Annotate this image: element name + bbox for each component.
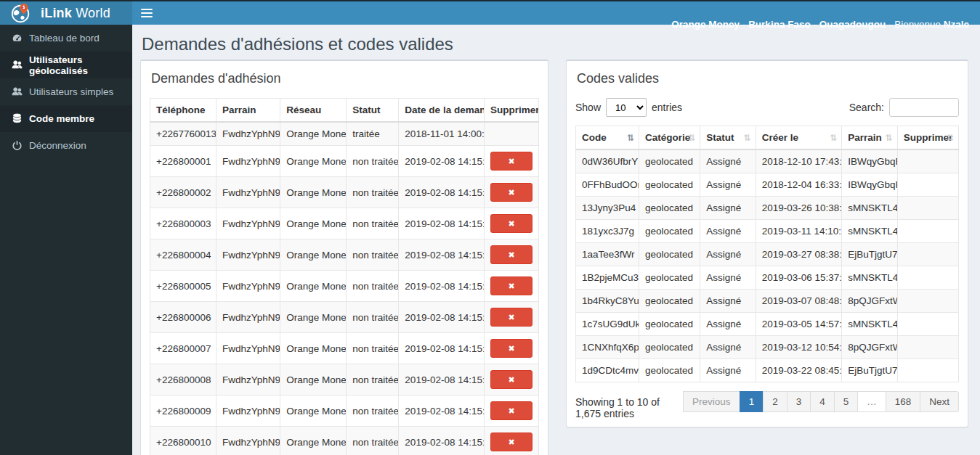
column-header: Statut bbox=[347, 99, 399, 123]
cell-parrain: sMNSKTL4OR bbox=[842, 313, 897, 336]
delete-button[interactable]: ✖ bbox=[490, 339, 532, 358]
cell-statut: Assigné bbox=[700, 243, 756, 266]
sidebar-item-label: Code membre bbox=[29, 113, 94, 124]
x-icon: ✖ bbox=[508, 438, 514, 446]
cell-parrain: EjBuTjgtU7 bbox=[842, 359, 897, 382]
cell-categorie: geolocated bbox=[639, 243, 700, 266]
cell-categorie: geolocated bbox=[639, 197, 700, 220]
cell-telephone: +226800005 bbox=[150, 271, 216, 302]
cell-statut: non traitée bbox=[347, 302, 399, 333]
cell-cree-le: 2019-03-07 08:48:45 bbox=[756, 290, 842, 313]
pagination-button[interactable]: 3 bbox=[787, 391, 811, 412]
delete-button[interactable]: ✖ bbox=[490, 152, 532, 171]
cell-statut: non traitée bbox=[347, 177, 399, 208]
column-header[interactable]: Catégorie⇅ bbox=[639, 126, 700, 150]
delete-button[interactable]: ✖ bbox=[490, 370, 532, 389]
cell-parrain: FwdhzYphN9 bbox=[216, 427, 280, 455]
cell-telephone: +226800007 bbox=[150, 333, 216, 364]
cell-reseau: Orange Money bbox=[280, 271, 347, 302]
sidebar-item-code-membre[interactable]: Code membre bbox=[0, 105, 132, 132]
delete-button[interactable]: ✖ bbox=[490, 433, 532, 451]
cell-parrain: FwdhzYphN9 bbox=[216, 364, 280, 395]
cell-statut: non traitée bbox=[347, 427, 399, 455]
cell-statut: Assigné bbox=[700, 220, 756, 243]
delete-button[interactable]: ✖ bbox=[490, 183, 532, 202]
x-icon: ✖ bbox=[508, 313, 514, 321]
pagination-button[interactable]: Next bbox=[920, 391, 959, 412]
pagination: Previous12345…168Next bbox=[684, 391, 959, 412]
dashboard-icon bbox=[11, 33, 23, 44]
cell-statut: non traitée bbox=[347, 333, 399, 364]
cell-telephone: +22677600139 bbox=[150, 122, 216, 146]
cell-cree-le: 2019-03-26 10:38:08 bbox=[756, 197, 842, 220]
cell-parrain: IBWqyGbqFd bbox=[842, 149, 897, 173]
cell-date: 2019-02-08 14:15:26 bbox=[399, 208, 485, 239]
datatable-footer: Showing 1 to 10 of 1,675 entries Previou… bbox=[575, 391, 959, 419]
cell-cree-le: 2019-03-12 10:54:00 bbox=[756, 336, 842, 359]
page-length-select[interactable]: 10 bbox=[606, 98, 647, 117]
column-header[interactable]: Parrain⇅ bbox=[842, 126, 897, 150]
pagination-button[interactable]: 5 bbox=[834, 391, 859, 412]
navbar-user-text-segment: Burkina Faso bbox=[748, 19, 811, 30]
pagination-button[interactable]: Previous bbox=[683, 391, 740, 412]
cell-statut: Assigné bbox=[700, 197, 756, 220]
column-header[interactable]: Statut⇅ bbox=[700, 126, 756, 150]
column-header[interactable]: Créer le⇅ bbox=[756, 126, 842, 150]
table-row: 0dW36UfbrY geolocated Assigné 2018-12-10… bbox=[576, 149, 959, 173]
pagination-button[interactable]: 2 bbox=[763, 391, 787, 412]
x-icon: ✖ bbox=[508, 189, 514, 197]
brand-logo[interactable]: $ iLink World bbox=[0, 1, 132, 25]
column-header: Parrain bbox=[216, 99, 280, 123]
users-icon bbox=[11, 60, 23, 71]
delete-button[interactable]: ✖ bbox=[490, 214, 532, 233]
pagination-button[interactable]: 168 bbox=[886, 391, 921, 412]
column-header[interactable]: Supprimer⇅ bbox=[897, 126, 958, 150]
cell-statut: Assigné bbox=[700, 313, 756, 336]
column-label: Code bbox=[582, 132, 607, 143]
delete-button[interactable]: ✖ bbox=[490, 245, 532, 264]
cell-parrain: FwdhzYphN9 bbox=[216, 395, 280, 427]
cell-code: 1aaTee3fWr bbox=[576, 243, 639, 266]
sidebar-item-label: Déconnexion bbox=[29, 140, 86, 151]
delete-button[interactable]: ✖ bbox=[490, 276, 532, 295]
cell-date: 2019-02-08 14:15:26 bbox=[399, 177, 485, 208]
cell-supprimer bbox=[897, 220, 958, 243]
x-icon: ✖ bbox=[508, 345, 514, 353]
cell-code: 1CNXhfqX6p bbox=[576, 336, 639, 359]
pagination-button[interactable]: 1 bbox=[740, 391, 764, 412]
pagination-button[interactable]: … bbox=[857, 391, 886, 412]
cell-cree-le: 2018-12-10 17:43:11 bbox=[756, 149, 842, 173]
cell-cree-le: 2019-03-05 14:57:46 bbox=[756, 313, 842, 336]
search-control: Search: bbox=[849, 98, 959, 117]
sidebar-toggle-icon[interactable] bbox=[141, 9, 153, 17]
sidebar-item-utilisateurs-simples[interactable]: Utilisateurs simples bbox=[0, 78, 132, 105]
page-title: Demandes d'adhésions et codes valides bbox=[142, 34, 453, 54]
search-input[interactable] bbox=[889, 98, 959, 117]
column-header[interactable]: Code⇅ bbox=[576, 126, 639, 150]
delete-button[interactable]: ✖ bbox=[490, 308, 532, 327]
column-label: Supprimer bbox=[904, 132, 953, 143]
x-icon: ✖ bbox=[508, 220, 514, 228]
table-row: +226800001 FwdhzYphN9 Orange Money non t… bbox=[150, 146, 539, 177]
cell-date: 2019-02-08 14:15:26 bbox=[399, 146, 485, 177]
cell-supprimer: ✖ bbox=[485, 239, 539, 271]
cell-statut: Assigné bbox=[700, 336, 756, 359]
pagination-button[interactable]: 4 bbox=[810, 391, 835, 412]
users-icon bbox=[11, 86, 23, 98]
cell-cree-le: 2019-03-22 08:45:22 bbox=[756, 359, 842, 382]
power-icon bbox=[11, 140, 23, 152]
delete-button[interactable]: ✖ bbox=[490, 401, 532, 420]
cell-reseau: Orange Money bbox=[280, 146, 347, 177]
column-label: Catégorie bbox=[645, 132, 690, 143]
table-row: 1b4RkyC8Yu geolocated Assigné 2019-03-07… bbox=[576, 290, 959, 313]
sidebar-item-utilisateurs-geolocalises[interactable]: Utilisateurs géolocalisés bbox=[0, 52, 132, 78]
cell-reseau: Orange Money bbox=[280, 427, 347, 455]
cell-reseau: Orange Money bbox=[280, 208, 347, 239]
cell-parrain: sMNSKTL4OR bbox=[842, 197, 897, 220]
sidebar-item-tableau-de-bord[interactable]: Tableau de bord bbox=[0, 25, 132, 52]
cell-reseau: Orange Money bbox=[280, 302, 347, 333]
cell-parrain: IBWqyGbqFd bbox=[842, 173, 897, 197]
cell-code: 0FFhBudOOm bbox=[576, 173, 639, 197]
sidebar-item-deconnexion[interactable]: Déconnexion bbox=[0, 132, 132, 159]
table-row: +226800008 FwdhzYphN9 Orange Money non t… bbox=[150, 364, 539, 395]
